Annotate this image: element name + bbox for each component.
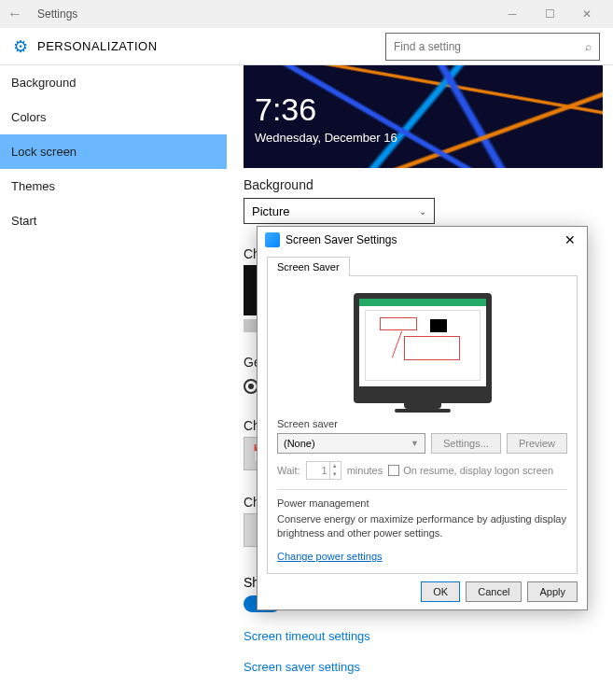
back-button[interactable]: ← xyxy=(7,6,30,22)
header-label: PERSONALIZATION xyxy=(37,39,385,53)
preview-button[interactable]: Preview xyxy=(507,433,567,454)
sidebar-item-colors[interactable]: Colors xyxy=(0,100,227,134)
sidebar: Background Colors Lock screen Themes Sta… xyxy=(0,65,227,700)
gear-icon: ⚙ xyxy=(13,36,28,57)
dialog-icon xyxy=(265,232,280,247)
screensaver-preview-monitor xyxy=(354,293,492,403)
dropdown-value: Picture xyxy=(252,204,289,218)
wait-label: Wait: xyxy=(277,465,300,476)
spin-down-icon[interactable]: ▼ xyxy=(330,470,340,479)
sidebar-item-start[interactable]: Start xyxy=(0,203,227,238)
header: ⚙ PERSONALIZATION ⌕ xyxy=(0,28,613,65)
window-title: Settings xyxy=(30,7,494,21)
dialog-titlebar: Screen Saver Settings ✕ xyxy=(258,227,587,253)
power-mgmt-label: Power management xyxy=(277,497,567,509)
search-icon: ⌕ xyxy=(585,40,592,53)
screensaver-dropdown[interactable]: (None) ▼ xyxy=(277,433,425,454)
change-power-link[interactable]: Change power settings xyxy=(277,551,383,562)
sidebar-item-lockscreen[interactable]: Lock screen xyxy=(0,134,227,169)
apply-button[interactable]: Apply xyxy=(527,581,578,602)
sidebar-item-label: Themes xyxy=(11,179,55,193)
wait-input[interactable] xyxy=(307,462,329,479)
minimize-button[interactable]: ─ xyxy=(494,7,531,21)
ok-button[interactable]: OK xyxy=(421,581,460,602)
sidebar-item-label: Background xyxy=(11,76,76,90)
dialog-close-button[interactable]: ✕ xyxy=(561,232,579,247)
preview-time: 7:36 xyxy=(255,91,316,128)
sidebar-item-label: Start xyxy=(11,214,36,228)
background-dropdown[interactable]: Picture ⌄ xyxy=(244,198,435,224)
preview-date: Wednesday, December 16 xyxy=(255,131,397,145)
close-button[interactable]: ✕ xyxy=(568,7,606,21)
lockscreen-preview: 7:36 Wednesday, December 16 xyxy=(244,65,603,168)
sidebar-item-background[interactable]: Background xyxy=(0,65,227,100)
resume-checkbox[interactable]: On resume, display logon screen xyxy=(388,465,553,476)
tab-screensaver[interactable]: Screen Saver xyxy=(267,257,350,276)
titlebar: ← Settings ─ ☐ ✕ xyxy=(0,0,613,28)
screensaver-label: Screen saver xyxy=(277,418,567,429)
dropdown-value: (None) xyxy=(284,438,315,449)
cancel-button[interactable]: Cancel xyxy=(466,581,522,602)
maximize-button[interactable]: ☐ xyxy=(531,7,568,21)
search-input[interactable] xyxy=(394,40,585,53)
chevron-down-icon: ▼ xyxy=(411,439,419,448)
chevron-down-icon: ⌄ xyxy=(419,206,426,217)
search-box[interactable]: ⌕ xyxy=(385,33,600,61)
wait-spinner[interactable]: ▲▼ xyxy=(306,461,341,480)
sidebar-item-themes[interactable]: Themes xyxy=(0,169,227,203)
minutes-label: minutes xyxy=(347,465,383,476)
checkbox-icon xyxy=(388,465,399,476)
spin-up-icon[interactable]: ▲ xyxy=(330,462,340,470)
settings-button[interactable]: Settings... xyxy=(431,433,501,454)
screen-timeout-link[interactable]: Screen timeout settings xyxy=(244,629,613,643)
power-mgmt-text: Conserve energy or maximize performance … xyxy=(277,512,567,541)
resume-label: On resume, display logon screen xyxy=(403,465,553,476)
dialog-title: Screen Saver Settings xyxy=(286,233,561,246)
screen-saver-link[interactable]: Screen saver settings xyxy=(244,660,613,674)
screen-saver-dialog: Screen Saver Settings ✕ Screen Saver Scr… xyxy=(257,226,588,610)
sidebar-item-label: Lock screen xyxy=(11,145,77,159)
background-label: Background xyxy=(244,177,613,192)
sidebar-item-label: Colors xyxy=(11,110,47,124)
